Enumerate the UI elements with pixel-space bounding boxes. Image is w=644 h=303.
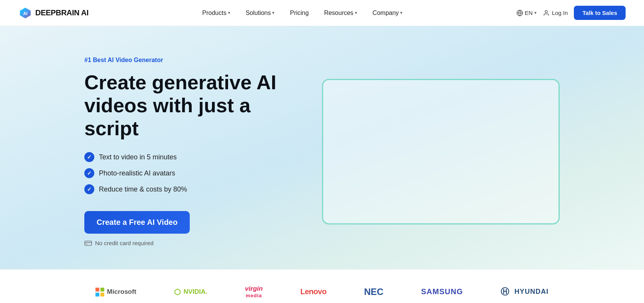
microsoft-icon <box>95 288 104 296</box>
nav-solutions[interactable]: Solutions ▾ <box>240 7 281 20</box>
check-icon <box>84 184 94 194</box>
chevron-down-icon: ▾ <box>400 10 402 15</box>
nav-right: EN ▾ Log In Talk to Sales <box>516 6 626 20</box>
logo[interactable]: AI DEEPBRAIN AI <box>18 6 89 20</box>
logo-virgin: virgin media <box>245 285 263 298</box>
nav-resources[interactable]: Resources ▾ <box>318 7 363 20</box>
chevron-down-icon: ▾ <box>355 10 357 15</box>
login-button[interactable]: Log In <box>543 10 568 16</box>
logos-section: Microsoft ⬡ NVIDIA. virgin media Lenovo … <box>0 269 644 303</box>
nvidia-icon: ⬡ <box>174 287 181 296</box>
nav-products[interactable]: Products ▾ <box>196 7 237 20</box>
video-placeholder <box>322 79 560 224</box>
logo-nvidia: ⬡ NVIDIA. <box>174 287 207 296</box>
brand-name: DEEPBRAIN AI <box>35 8 89 17</box>
globe-icon <box>516 10 523 16</box>
check-icon <box>84 152 94 162</box>
credit-card-icon <box>84 240 92 246</box>
logo-nec: NEC <box>364 287 384 297</box>
logo-hyundai: Ⓗ HYUNDAI <box>501 286 549 298</box>
svg-point-4 <box>545 10 547 13</box>
no-credit-label: No credit card required <box>84 240 299 246</box>
nav-company[interactable]: Company ▾ <box>366 7 409 20</box>
hero-title: Create generative AI videos with just a … <box>84 71 299 140</box>
create-free-video-button[interactable]: Create a Free AI Video <box>84 211 190 234</box>
logo-icon: AI <box>18 6 32 20</box>
nav-pricing[interactable]: Pricing <box>284 7 315 20</box>
feature-3: Reduce time & costs by 80% <box>84 184 299 194</box>
logo-microsoft: Microsoft <box>95 288 136 296</box>
feature-1: Text to video in 5 minutes <box>84 152 299 162</box>
hero-badge: #1 Best AI Video Generator <box>84 57 299 64</box>
hyundai-h-icon: Ⓗ <box>501 286 509 298</box>
check-icon <box>84 168 94 178</box>
chevron-down-icon: ▾ <box>272 10 274 15</box>
nav-center: Products ▾ Solutions ▾ Pricing Resources… <box>196 7 409 20</box>
chevron-down-icon: ▾ <box>534 10 537 15</box>
feature-2: Photo-realistic AI avatars <box>84 168 299 178</box>
talk-to-sales-button[interactable]: Talk to Sales <box>574 6 626 20</box>
logo-lenovo: Lenovo <box>301 287 327 296</box>
language-selector[interactable]: EN ▾ <box>516 10 537 16</box>
hero-section: #1 Best AI Video Generator Create genera… <box>0 26 644 269</box>
hero-right <box>322 79 560 224</box>
hero-left: #1 Best AI Video Generator Create genera… <box>84 57 299 246</box>
svg-rect-5 <box>85 241 92 245</box>
chevron-down-icon: ▾ <box>228 10 230 15</box>
svg-text:AI: AI <box>23 11 28 16</box>
hero-features: Text to video in 5 minutes Photo-realist… <box>84 152 299 194</box>
virgin-logo: virgin media <box>245 285 263 298</box>
logo-samsung: SAMSUNG <box>421 287 463 296</box>
user-icon <box>543 10 550 16</box>
logos-inner: Microsoft ⬡ NVIDIA. virgin media Lenovo … <box>54 285 590 298</box>
navbar: AI DEEPBRAIN AI Products ▾ Solutions ▾ P… <box>0 0 644 26</box>
